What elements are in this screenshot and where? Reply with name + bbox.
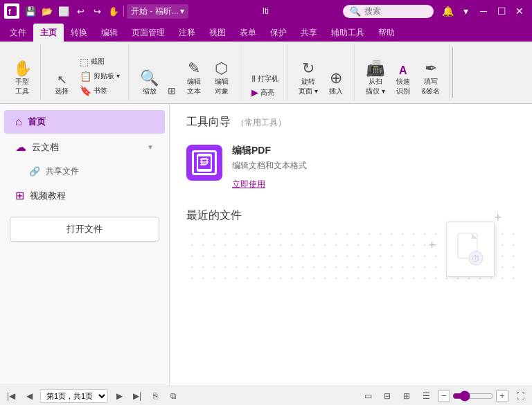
edit-text-label: 编辑文本 [187, 77, 201, 96]
sidebar-item-cloud[interactable]: ☁ 云文档 ▼ [4, 135, 165, 159]
screenshot-btn[interactable]: ⬚ 截图 [77, 55, 123, 69]
tab-protect[interactable]: 保护 [263, 24, 294, 42]
tool-desc: 编辑文档和文本格式 [232, 160, 515, 172]
clip-bookmark-group: ⬚ 截图 📋 剪贴板 ▾ 🔖 书签 [77, 55, 123, 98]
undo-tool-btn[interactable]: ↩ [73, 4, 87, 18]
select-tool-btn[interactable]: ↖ 选择 [49, 72, 74, 98]
view-single-btn[interactable]: ▭ [360, 389, 375, 403]
ocr-btn[interactable]: A 快速识别 [391, 64, 416, 98]
notification-btn[interactable]: 🔔 [439, 3, 456, 19]
insert-icon: ⊕ [330, 71, 342, 86]
close-btn[interactable]: ✕ [511, 3, 528, 19]
toolbar-separator [123, 6, 124, 17]
copy-btn-2[interactable]: ⧉ [166, 389, 180, 403]
main-area: ⌂ 首页 ☁ 云文档 ▼ 🔗 共享文件 ⊞ 视频教程 打开文件 工具向导 （常用… [0, 104, 532, 386]
search-box[interactable]: 🔍 [343, 5, 434, 18]
view-multi-btn[interactable]: ⊞ [399, 389, 414, 403]
tool-guide-subtitle: （常用工具） [236, 117, 286, 129]
sidebar-share-label: 共享文件 [46, 165, 79, 177]
svg-text:⏱: ⏱ [472, 254, 480, 264]
tool-link[interactable]: 立即使用 [232, 179, 265, 190]
ribbon-group-hand: ✋ 手型工具 [4, 44, 41, 100]
view-double-btn[interactable]: ⊟ [380, 389, 395, 403]
edit-obj-btn[interactable]: ⬡ 编辑对象 [209, 60, 234, 98]
tool-guide-title: 工具向导 [186, 115, 231, 129]
ribbon-tabs: 文件 主页 转换 编辑 页面管理 注释 视图 表单 保护 共享 辅助工具 帮助 [0, 22, 532, 42]
tab-form[interactable]: 表单 [233, 24, 263, 42]
nav-next-btn[interactable]: ▶ [112, 389, 126, 403]
tab-page-manage[interactable]: 页面管理 [125, 24, 172, 42]
tab-file[interactable]: 文件 [3, 24, 33, 42]
highlight-icon: ▶ [251, 87, 258, 98]
svg-rect-6 [202, 159, 207, 164]
rotate-label: 旋转页面 ▾ [299, 77, 318, 96]
zoom-controls: − + [438, 390, 508, 402]
nav-last-btn[interactable]: ▶| [130, 389, 144, 403]
sidebar-item-home[interactable]: ⌂ 首页 [4, 110, 165, 134]
fullscreen-btn[interactable]: ⛶ [513, 389, 528, 403]
tab-home[interactable]: 主页 [33, 24, 64, 42]
sidebar-video-label: 视频教程 [30, 190, 66, 202]
scan-label: 从扫描仪 ▾ [366, 77, 385, 96]
rotate-btn[interactable]: ↻ 旋转页面 ▾ [296, 60, 321, 98]
title-text: 开始 - 福昕... [131, 6, 179, 17]
open-file-button[interactable]: 打开文件 [10, 217, 159, 242]
tab-share[interactable]: 共享 [294, 24, 324, 42]
typewriter-btn[interactable]: Ⅱ 打字机 [249, 72, 281, 85]
sidebar-item-share[interactable]: 🔗 共享文件 [4, 161, 165, 182]
minimize-btn[interactable]: ─ [475, 3, 492, 19]
video-icon: ⊞ [15, 189, 24, 202]
scan-icon: 📠 [366, 61, 384, 76]
tab-annotation[interactable]: 注释 [172, 24, 202, 42]
maximize-btn[interactable]: ☐ [493, 3, 510, 19]
search-input[interactable] [364, 6, 427, 16]
highlight-label: 高亮 [260, 88, 274, 98]
zoom-btn[interactable]: 🔍 缩放 [137, 69, 162, 98]
bookmark-btn[interactable]: 🔖 书签 [77, 84, 123, 98]
sidebar-item-video[interactable]: ⊞ 视频教程 [4, 183, 165, 208]
redo-tool-btn[interactable]: ↪ [90, 4, 104, 18]
zoom-slider[interactable] [452, 390, 494, 402]
zoom-plus-btn[interactable]: + [496, 390, 508, 402]
save-tool-btn[interactable]: 💾 [24, 4, 37, 18]
screenshot-icon: ⬚ [80, 56, 89, 67]
sidebar: ⌂ 首页 ☁ 云文档 ▼ 🔗 共享文件 ⊞ 视频教程 打开文件 [0, 104, 170, 386]
sign-btn[interactable]: ✒ 填写&签名 [418, 60, 443, 98]
tab-view[interactable]: 视图 [202, 24, 233, 42]
svg-text:f: f [8, 8, 11, 16]
hand-group-content: ✋ 手型工具 [10, 46, 35, 98]
hand-icon: ✋ [13, 61, 32, 76]
chevron-btn[interactable]: ▾ [457, 3, 474, 19]
ocr-icon: A [399, 65, 407, 76]
title-dropdown[interactable]: 开始 - 福昕... ▾ [127, 4, 188, 19]
tab-edit[interactable]: 编辑 [94, 24, 125, 42]
tab-convert[interactable]: 转换 [64, 24, 94, 42]
nav-first-btn[interactable]: |◀ [4, 389, 18, 403]
zoom-minus-btn[interactable]: − [438, 390, 450, 402]
window-controls: 🔔 ▾ ─ ☐ ✕ [439, 3, 528, 19]
scale-sm-btn[interactable]: ⊞ [165, 84, 179, 98]
status-bar: |◀ ◀ 第1页，共1页 ▶ ▶| ⎘ ⧉ ▭ ⊟ ⊞ ☰ − + ⛶ [0, 386, 532, 405]
window-title: Iti [188, 6, 343, 16]
svg-rect-2 [197, 154, 211, 171]
open-tool-btn[interactable]: 📂 [40, 4, 54, 18]
scan-btn[interactable]: 📠 从扫描仪 ▾ [363, 60, 388, 98]
tab-help[interactable]: 帮助 [371, 24, 402, 42]
copy-btn-1[interactable]: ⎘ [148, 389, 162, 403]
edit-text-btn[interactable]: ✎ 编辑文本 [181, 60, 206, 98]
zoom-group-content: 🔍 缩放 ⊞ ✎ 编辑文本 ⬡ 编辑对象 [137, 46, 234, 98]
page-select[interactable]: 第1页，共1页 [40, 389, 108, 403]
highlight-btn[interactable]: ▶ 高亮 [249, 86, 281, 99]
ribbon-right-border [452, 47, 459, 98]
hand-tool-btn[interactable]: ✋ [107, 4, 121, 18]
window-tool-btn[interactable]: ⬜ [57, 4, 71, 18]
hand-tool-ribbon-btn[interactable]: ✋ 手型工具 [10, 60, 35, 98]
cloud-arrow-icon: ▼ [147, 143, 154, 151]
clipboard-btn[interactable]: 📋 剪贴板 ▾ [77, 69, 123, 83]
nav-prev-btn[interactable]: ◀ [22, 389, 36, 403]
tab-accessibility[interactable]: 辅助工具 [324, 24, 371, 42]
edit-obj-label: 编辑对象 [215, 77, 229, 96]
hand-label: 手型工具 [15, 77, 29, 96]
view-scroll-btn[interactable]: ☰ [418, 389, 434, 403]
insert-btn[interactable]: ⊕ 插入 [323, 69, 348, 98]
